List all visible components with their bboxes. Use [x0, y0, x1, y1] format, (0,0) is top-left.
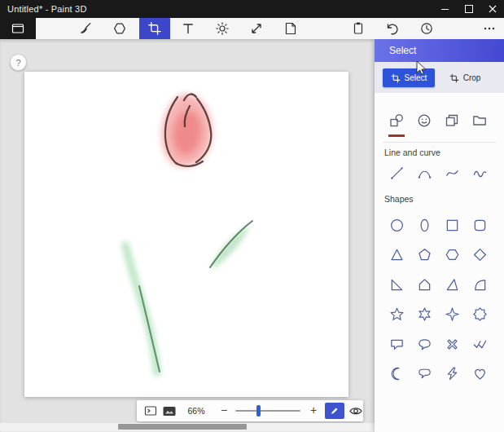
select-marquee-icon: [391, 73, 401, 83]
shape-square[interactable]: [438, 210, 466, 240]
shape-right-triangle[interactable]: [383, 270, 410, 300]
line-and-curve-label: Line and curve: [384, 148, 440, 157]
help-button[interactable]: ?: [10, 54, 27, 71]
shape-round-speech-bubble[interactable]: [410, 329, 438, 359]
shape-triangle[interactable]: [383, 240, 410, 271]
shape-ellipse[interactable]: [383, 210, 410, 240]
canvas-area: ?: [0, 39, 375, 432]
custom-folder-tab[interactable]: [466, 106, 493, 135]
textures-tab[interactable]: [438, 106, 466, 135]
six-point-star-icon: [417, 306, 432, 322]
shape-quarter-circle[interactable]: [466, 270, 493, 300]
shapes-tab-icon: [388, 112, 405, 129]
speech-bubble-icon: [389, 337, 405, 352]
zoom-slider-thumb[interactable]: [256, 405, 261, 417]
horizontal-scrollbar-thumb[interactable]: [118, 424, 247, 430]
paste-tool[interactable]: [343, 18, 374, 39]
menu-button[interactable]: [0, 18, 36, 39]
crop-button[interactable]: Crop: [443, 68, 487, 87]
zoom-bar: 66% − +: [137, 400, 363, 421]
shape-heart[interactable]: [466, 359, 493, 390]
shape-cross[interactable]: [438, 329, 466, 359]
shapes-label: Shapes: [384, 194, 414, 204]
canvas-icon: [249, 21, 264, 36]
fit-to-screen-icon: [143, 403, 158, 418]
stickers-tab[interactable]: [410, 106, 438, 135]
window-title: Untitled* - Paint 3D: [0, 4, 87, 14]
lightning-icon: [445, 366, 460, 381]
shape-pentagon-arrow[interactable]: [410, 270, 438, 300]
history-tool[interactable]: [411, 18, 442, 39]
drawing-canvas[interactable]: [24, 72, 348, 397]
shapes-tool[interactable]: [104, 18, 135, 39]
shape-double-check[interactable]: [466, 329, 493, 359]
canvas-tool[interactable]: [241, 18, 272, 39]
folder-icon: [471, 112, 488, 129]
diamond-icon: [472, 247, 488, 262]
horizontal-scrollbar[interactable]: [0, 423, 375, 431]
crop-button-label: Crop: [463, 73, 481, 82]
shape-lightning[interactable]: [438, 359, 466, 390]
shape-crescent[interactable]: [383, 359, 410, 390]
history-icon: [419, 21, 434, 36]
undo-tool[interactable]: [377, 18, 408, 39]
shape-five-point-star[interactable]: [383, 300, 410, 330]
shape-speech-bubble[interactable]: [383, 329, 410, 359]
curve-shape[interactable]: [410, 158, 438, 187]
close-button[interactable]: [480, 0, 504, 18]
line-shape[interactable]: [383, 158, 410, 187]
canvas-preview-button[interactable]: [162, 403, 177, 418]
maximize-icon: [465, 5, 473, 13]
ellipse-icon: [389, 218, 405, 233]
effects-icon: [215, 21, 230, 36]
close-icon: [489, 5, 497, 13]
shape-oval[interactable]: [410, 210, 438, 240]
wave-icon: [472, 165, 488, 181]
shape-seal[interactable]: [466, 300, 493, 330]
brush-tool[interactable]: [70, 18, 101, 39]
shape-callout[interactable]: [410, 359, 438, 390]
pentagon-arrow-icon: [417, 277, 432, 293]
view-mode-button[interactable]: [348, 403, 363, 418]
shape-diamond[interactable]: [466, 240, 493, 271]
active-tab-indicator: [388, 134, 405, 137]
shapes-tab[interactable]: [383, 106, 410, 135]
zoom-out-button[interactable]: −: [217, 400, 230, 421]
wave-shape[interactable]: [466, 158, 493, 187]
help-button-label: ?: [15, 58, 20, 68]
select-icon: [147, 21, 162, 36]
shape-pentagon[interactable]: [410, 240, 438, 271]
undo-icon: [385, 21, 400, 36]
toolbar: [0, 18, 504, 39]
crescent-icon: [389, 366, 405, 381]
paint3d-window: Untitled* - Paint 3D: [0, 0, 504, 432]
s-curve-icon: [445, 165, 460, 181]
select-panel: Select Select Crop: [375, 39, 504, 432]
panel-tabs: [383, 106, 493, 135]
fit-to-screen-button[interactable]: [143, 403, 158, 418]
maximize-button[interactable]: [457, 0, 480, 18]
pen-mode-button[interactable]: [325, 403, 344, 419]
zoom-level: 66%: [182, 400, 211, 421]
stickers-tool[interactable]: [275, 18, 306, 39]
shape-hexagon[interactable]: [438, 240, 466, 271]
square-icon: [445, 218, 460, 233]
panel-divider: [383, 142, 496, 143]
shape-six-point-star[interactable]: [410, 300, 438, 330]
shape-four-point-star[interactable]: [438, 300, 466, 330]
double-check-icon: [472, 337, 488, 352]
effects-tool[interactable]: [207, 18, 238, 39]
select-tool[interactable]: [139, 18, 170, 39]
four-point-star-icon: [445, 306, 460, 322]
shape-rounded-square[interactable]: [466, 210, 493, 240]
more-menu[interactable]: [474, 18, 504, 39]
minimize-button[interactable]: [433, 0, 457, 18]
s-curve-shape[interactable]: [438, 158, 466, 187]
shape-acute-triangle[interactable]: [438, 270, 466, 300]
zoom-in-button[interactable]: +: [307, 400, 320, 421]
select-button[interactable]: Select: [383, 68, 435, 87]
pentagon-icon: [417, 247, 432, 262]
zoom-slider[interactable]: [235, 410, 300, 412]
rounded-square-icon: [472, 218, 488, 233]
text-tool[interactable]: [173, 18, 204, 39]
